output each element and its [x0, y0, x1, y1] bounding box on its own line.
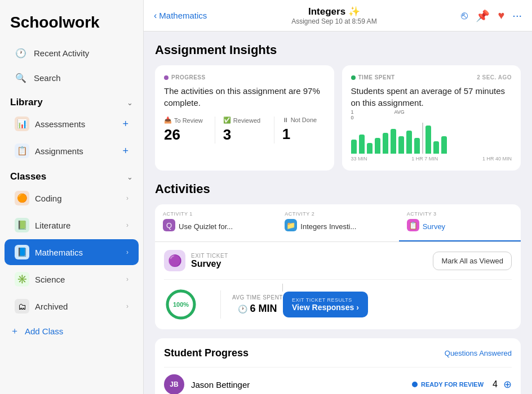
content-area: Assignment Insights PROGRESS The activit…: [144, 32, 532, 394]
add-class-label: Add Class: [25, 326, 63, 336]
chart-bar: [383, 133, 388, 154]
chevron-down-icon: ⌄: [127, 173, 133, 181]
sidebar-item-label: Science: [35, 275, 126, 284]
sidebar-item-assessments[interactable]: 📊 Assessments +: [5, 111, 139, 137]
literature-icon: 📗: [15, 218, 29, 232]
more-icon[interactable]: ···: [512, 9, 522, 22]
science-icon: ✳️: [15, 272, 29, 286]
student-avatar-jb: JB: [164, 374, 184, 394]
status-dot: [412, 382, 418, 387]
header-actions: ⎋ 📌 ♥ ···: [461, 9, 522, 23]
assignments-icon: 📋: [15, 144, 29, 158]
sidebar-item-label: Mathematics: [35, 248, 126, 257]
sidebar-item-label: Search: [34, 73, 128, 83]
sidebar-item-label: Literature: [35, 221, 126, 230]
stat-value: 3: [223, 126, 266, 144]
activities-tabs: ACTIVITY 1 Q Use Quizlet for... ACTIVITY…: [155, 204, 521, 242]
add-class-action[interactable]: ＋ Add Class: [0, 320, 143, 343]
avg-time-value: 🕐 6 MIN: [232, 303, 283, 315]
avg-time-label: AVG TIME SPENT: [232, 294, 283, 301]
stat-value: 1: [282, 126, 325, 143]
chevron-right-icon: ›: [126, 248, 128, 256]
clock-icon: 🕐: [238, 305, 247, 314]
not-done-icon: ⏸: [282, 117, 289, 123]
chart-bar: [351, 140, 357, 154]
tab-label: ACTIVITY 1: [163, 211, 269, 217]
chart-labels: 33 MIN 1 HR 7 MIN 1 HR 40 MIN: [351, 156, 512, 162]
header: ‹ Mathematics Integers ✨ Assigned Sep 10…: [144, 0, 532, 32]
time-chart: 1 AVG0 33 MIN 1 HR 7 MIN 1 HR 40 MIN: [351, 117, 512, 162]
survey-icon: 📋: [407, 219, 419, 231]
questions-answered-link[interactable]: Questions Answered: [445, 349, 512, 357]
sidebar-item-science[interactable]: ✳️ Science ›: [5, 266, 139, 292]
chart-bar: [398, 136, 404, 154]
view-responses-button[interactable]: EXIT TICKET RESULTS View Responses ›: [283, 292, 368, 317]
page-title: Integers ✨: [207, 6, 461, 17]
stat-value: 26: [164, 126, 207, 144]
metrics-row: 100% AVG TIME SPENT 🕐 6 MIN: [164, 279, 512, 321]
archived-icon: 🗂: [15, 299, 29, 314]
connector-line: [282, 284, 283, 292]
chart-bar: [359, 135, 365, 154]
exit-ticket-icon: 🟣: [164, 250, 185, 271]
app-title: Schoolwork: [0, 9, 143, 41]
share-icon[interactable]: ⎋: [461, 9, 468, 22]
plus-icon[interactable]: +: [122, 145, 128, 157]
activity-tab-2[interactable]: ACTIVITY 2 📁 Integers Investi...: [277, 204, 398, 241]
coding-icon: 🟠: [15, 191, 29, 205]
progress-dot: [164, 75, 169, 80]
chart-bar: [441, 136, 447, 154]
sidebar-item-search[interactable]: 🔍 Search: [5, 66, 139, 89]
chevron-right-icon: ›: [126, 302, 128, 310]
time-text: Students spent an average of 57 minutes …: [351, 85, 512, 109]
search-icon: 🔍: [15, 71, 27, 84]
chart-label-1: 33 MIN: [351, 156, 367, 162]
avg-label: 1 AVG0: [351, 109, 512, 120]
sidebar-item-label: Archived: [35, 302, 126, 311]
heart-icon[interactable]: ♥: [498, 9, 504, 22]
student-score: 4: [493, 379, 498, 389]
sidebar-item-archived[interactable]: 🗂 Archived ›: [5, 293, 139, 319]
chart-bar: [433, 141, 439, 154]
mark-all-button[interactable]: Mark All as Viewed: [433, 252, 512, 270]
chevron-right-icon: ›: [126, 275, 128, 283]
library-label: Library: [10, 97, 43, 108]
avg-time: AVG TIME SPENT 🕐 6 MIN: [232, 294, 283, 315]
pin-icon[interactable]: 📌: [476, 9, 490, 23]
chart-bar: [375, 138, 380, 154]
student-status: READY FOR REVIEW: [412, 381, 484, 388]
activities-section-title: Activities: [155, 182, 521, 196]
quizlet-icon: Q: [163, 219, 175, 231]
sidebar-item-assignments[interactable]: 📋 Assignments +: [5, 138, 139, 164]
time-dot: [351, 75, 356, 80]
chevron-right-icon: ›: [126, 194, 128, 202]
chart-bars: [351, 123, 512, 154]
classes-label: Classes: [10, 171, 46, 182]
activity-tab-3[interactable]: ACTIVITY 3 📋 Survey: [399, 204, 521, 241]
chart-bar: [414, 138, 420, 154]
tab-title: Survey: [423, 222, 445, 231]
activities-section: Activities ACTIVITY 1 Q Use Quizlet for.…: [155, 182, 521, 329]
classes-group-header: Classes ⌄: [0, 164, 143, 185]
stat-label: ⏸ Not Done: [282, 117, 325, 123]
progress-circle: 100%: [164, 288, 198, 321]
student-row: JB Jason Bettinger READY FOR REVIEW 4 ⊕: [164, 367, 512, 394]
plus-icon[interactable]: +: [122, 118, 128, 130]
tab-label: ACTIVITY 3: [407, 211, 513, 217]
more-options-icon[interactable]: ⊕: [503, 378, 512, 391]
tab-title: Integers Investi...: [300, 222, 356, 231]
view-responses-container: EXIT TICKET RESULTS View Responses ›: [283, 292, 368, 317]
time-card: TIME SPENT 2 sec. ago Students spent an …: [342, 65, 521, 171]
sidebar-item-label: Assessments: [35, 119, 122, 129]
stat-label: 📥 To Review: [164, 117, 207, 124]
back-button[interactable]: ‹ Mathematics: [154, 11, 207, 21]
chart-bar: [391, 129, 396, 154]
sidebar-item-mathematics[interactable]: 📘 Mathematics ›: [5, 239, 139, 265]
sidebar-item-literature[interactable]: 📗 Literature ›: [5, 212, 139, 238]
activity-tab-1[interactable]: ACTIVITY 1 Q Use Quizlet for...: [155, 204, 277, 241]
sidebar-item-recent-activity[interactable]: 🕐 Recent Activity: [5, 41, 139, 65]
circle-label: 100%: [173, 301, 189, 308]
view-responses-label: EXIT TICKET RESULTS: [292, 297, 359, 303]
sidebar-item-coding[interactable]: 🟠 Coding ›: [5, 185, 139, 211]
avg-time-number: 6 MIN: [250, 303, 277, 315]
